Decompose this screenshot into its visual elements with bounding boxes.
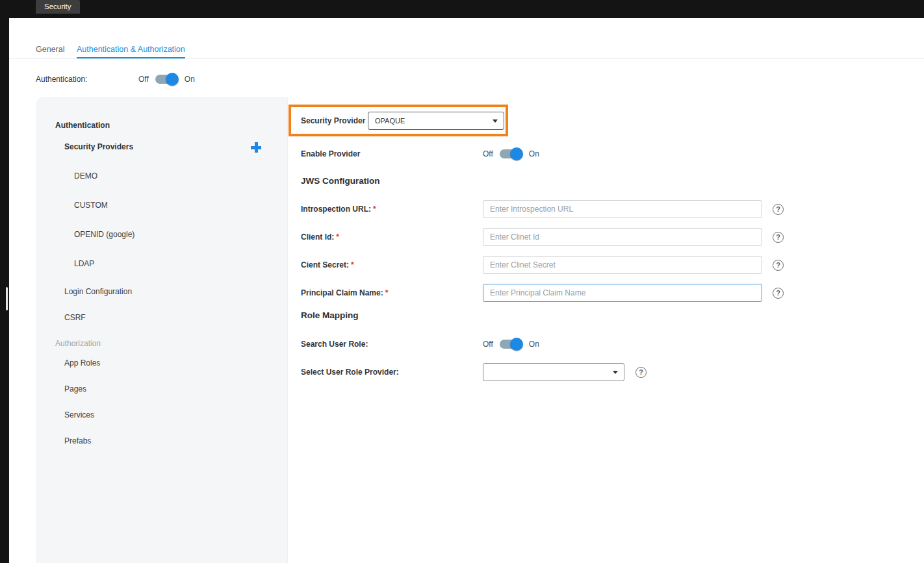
principal-claim-name-row: Principal Claim Name: * ? xyxy=(301,284,784,302)
help-icon[interactable]: ? xyxy=(773,288,784,299)
sidebar-item-custom[interactable]: CUSTOM xyxy=(74,200,108,210)
security-sidebar: Authentication Security Providers DEMO C… xyxy=(36,97,288,563)
required-marker: * xyxy=(351,260,354,269)
enable-provider-toggle: Off On xyxy=(483,149,539,158)
add-provider-button[interactable] xyxy=(251,142,261,153)
help-icon[interactable]: ? xyxy=(773,232,784,243)
search-user-role-row: Search User Role: Off On xyxy=(301,334,539,354)
top-bar: Security xyxy=(0,0,924,18)
tab-authentication-authorization[interactable]: Authentication & Authorization xyxy=(77,41,185,58)
sidebar-item-demo[interactable]: DEMO xyxy=(74,171,97,181)
highlight-box: Security Provider OPAQUE xyxy=(289,105,508,136)
principal-claim-name-label: Principal Claim Name: xyxy=(301,288,383,297)
sidebar-section-authorization: Authorization xyxy=(55,338,101,349)
required-marker: * xyxy=(336,232,339,242)
principal-claim-name-input[interactable] xyxy=(483,284,762,302)
search-user-role-label: Search User Role: xyxy=(301,340,368,349)
client-id-input[interactable] xyxy=(483,228,762,246)
client-secret-input[interactable] xyxy=(483,256,762,274)
required-marker: * xyxy=(385,288,389,297)
security-provider-select[interactable]: OPAQUE xyxy=(368,112,504,130)
sidebar-item-pages[interactable]: Pages xyxy=(64,384,86,394)
sidebar-item-app-roles[interactable]: App Roles xyxy=(64,358,100,368)
sidebar-item-csrf[interactable]: CSRF xyxy=(64,312,86,323)
role-mapping-heading: Role Mapping xyxy=(301,310,359,320)
jws-configuration-heading: JWS Configuration xyxy=(301,176,380,186)
enable-provider-switch[interactable] xyxy=(500,149,522,158)
tabs-divider xyxy=(9,58,924,59)
authentication-toggle: Off On xyxy=(138,75,195,84)
toggle-on-label: On xyxy=(529,340,539,349)
introspection-url-row: Introspection URL: * ? xyxy=(301,200,784,218)
client-id-row: Client Id: * ? xyxy=(301,228,784,246)
sidebar-item-services[interactable]: Services xyxy=(64,410,94,420)
provider-form: Security Provider OPAQUE Enable Provider… xyxy=(289,97,924,563)
security-settings-panel: General Authentication & Authorization A… xyxy=(9,18,924,563)
search-user-role-switch[interactable] xyxy=(500,340,522,349)
authentication-label: Authentication: xyxy=(36,75,138,84)
sidebar-item-login-configuration[interactable]: Login Configuration xyxy=(64,286,132,297)
toggle-on-label: On xyxy=(185,75,195,84)
introspection-url-label: Introspection URL: xyxy=(301,205,371,214)
panel-resize-handle[interactable] xyxy=(6,287,8,310)
topbar-tab-security[interactable]: Security xyxy=(36,0,80,14)
enable-provider-row: Enable Provider Off On xyxy=(301,144,539,164)
search-user-role-toggle: Off On xyxy=(483,340,539,349)
authentication-switch[interactable] xyxy=(155,75,178,84)
user-role-provider-select[interactable] xyxy=(483,363,624,381)
select-user-role-provider-row: Select User Role Provider: ? xyxy=(301,363,647,381)
sidebar-item-openid-google[interactable]: OPENID (google) xyxy=(74,229,135,240)
chevron-down-icon xyxy=(493,119,498,123)
sidebar-item-security-providers[interactable]: Security Providers xyxy=(64,142,133,152)
security-provider-label: Security Provider xyxy=(301,116,368,125)
introspection-url-input[interactable] xyxy=(483,200,762,218)
help-icon[interactable]: ? xyxy=(773,204,784,215)
client-id-label: Client Id: xyxy=(301,232,334,242)
help-icon[interactable]: ? xyxy=(635,367,647,378)
toggle-on-label: On xyxy=(529,149,539,158)
required-marker: * xyxy=(373,205,376,214)
tab-general[interactable]: General xyxy=(36,41,64,58)
sidebar-item-prefabs[interactable]: Prefabs xyxy=(64,436,91,446)
client-secret-row: Cient Secret: * ? xyxy=(301,256,784,274)
toggle-off-label: Off xyxy=(138,75,149,84)
toggle-off-label: Off xyxy=(483,149,493,158)
chevron-down-icon xyxy=(613,371,618,374)
select-user-role-provider-label: Select User Role Provider: xyxy=(301,368,399,377)
enable-provider-label: Enable Provider xyxy=(301,149,360,158)
security-provider-value: OPAQUE xyxy=(375,117,405,125)
authentication-toggle-row: Authentication: Off On xyxy=(36,70,195,88)
help-icon[interactable]: ? xyxy=(773,260,784,271)
left-edge-strip xyxy=(0,0,9,563)
sidebar-section-authentication: Authentication xyxy=(55,120,110,131)
toggle-off-label: Off xyxy=(483,340,493,349)
client-secret-label: Cient Secret: xyxy=(301,260,349,269)
sidebar-item-ldap[interactable]: LDAP xyxy=(74,258,94,269)
